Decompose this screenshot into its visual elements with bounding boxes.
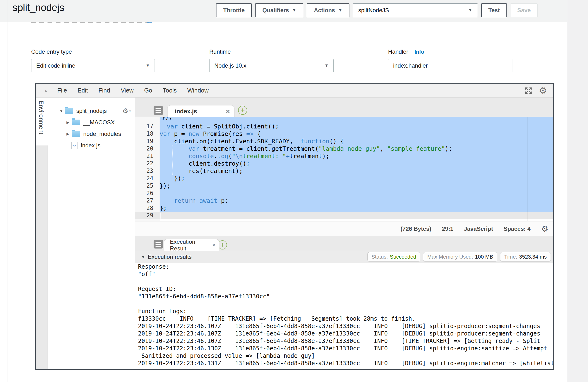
- menu-go[interactable]: Go: [144, 87, 152, 94]
- status-language-mode[interactable]: JavaScript: [464, 226, 493, 232]
- code-line-22[interactable]: client.destroy();: [160, 160, 553, 167]
- status-file-size: (726 Bytes): [400, 226, 431, 232]
- code-line-21[interactable]: console.log("\ntreatment: "+treatment);: [160, 153, 553, 160]
- text-cursor: [160, 212, 160, 219]
- clipped-content-remnant: [31, 22, 149, 23]
- chevron-down-icon: ▼: [324, 63, 329, 68]
- menu-tools[interactable]: Tools: [163, 87, 177, 94]
- tree-item-node-modules[interactable]: ▶ node_modules: [47, 129, 135, 139]
- code-line-17[interactable]: var client = SplitObj.client();: [160, 123, 553, 130]
- menu-view[interactable]: View: [121, 87, 134, 94]
- log-line: 2019-10-24T22:23:46.107Z 131e865f-6eb4-4…: [135, 323, 553, 330]
- menu-file[interactable]: File: [57, 87, 67, 94]
- status-cursor-position[interactable]: 29:1: [442, 226, 453, 232]
- code-lines: var client = SplitObj.client();var p = n…: [160, 123, 553, 219]
- log-line: "131e865f-6eb4-4dd8-858e-a37ef13330cc": [135, 293, 553, 300]
- code-line-23[interactable]: res(treatment);: [160, 167, 553, 175]
- statusbar-settings-gear-icon[interactable]: ⚙: [541, 225, 548, 233]
- tree-settings-gear-icon[interactable]: ⚙▾: [122, 108, 135, 114]
- tree-item-macosx[interactable]: ▶ __MACOSX: [47, 117, 135, 128]
- line-numbers: 17181920212223242526272829: [135, 123, 160, 219]
- line-number: 21: [135, 153, 160, 160]
- folder-icon: [72, 131, 80, 137]
- log-line: f13330cc INFO [TIME TRACKER] => [Fetchin…: [135, 315, 553, 323]
- code-line-25[interactable]: });: [160, 182, 553, 190]
- log-line: Response:: [135, 263, 553, 270]
- code-line-19[interactable]: client.on(client.Event.SDK_READY, functi…: [160, 137, 553, 145]
- menu-edit[interactable]: Edit: [78, 87, 88, 94]
- code-area[interactable]: }); 17181920212223242526272829 var clien…: [135, 117, 553, 221]
- log-line: [135, 300, 553, 308]
- log-line: Request ID:: [135, 286, 553, 293]
- qualifiers-button[interactable]: Qualifiers▼: [255, 3, 303, 17]
- log-lines: Response:"off"Request ID:"131e865f-6eb4-…: [135, 263, 553, 367]
- fullscreen-icon[interactable]: [525, 87, 533, 95]
- close-tab-icon[interactable]: ×: [212, 242, 215, 248]
- new-tab-icon[interactable]: +: [218, 240, 227, 249]
- log-line: 2019-10-24T22:23:46.107Z 131e865f-6eb4-4…: [135, 337, 553, 345]
- tree-item-index-js[interactable]: <> index.js: [47, 140, 135, 151]
- code-line-24[interactable]: });: [160, 175, 553, 182]
- tab-index-js[interactable]: index.js ×: [167, 105, 234, 117]
- execution-results-title: Execution results: [148, 253, 192, 260]
- badge-max-memory-used: Max Memory Used:100 MB: [423, 252, 497, 262]
- line-number: 22: [135, 160, 160, 167]
- code-line-26[interactable]: [160, 190, 553, 197]
- tree-item-split-nodejs[interactable]: ▼ split_nodejs ⚙▾: [47, 106, 135, 116]
- page-scrollbar[interactable]: [567, 0, 588, 382]
- collapse-results-icon[interactable]: ▼: [141, 255, 145, 259]
- code-entry-type-select[interactable]: Edit code inline▼: [31, 59, 155, 72]
- app-header: split_nodejs Throttle Qualifiers▼ Action…: [0, 0, 588, 22]
- new-tab-icon[interactable]: +: [238, 106, 247, 115]
- line-number: 25: [135, 182, 160, 190]
- log-line: Sanitized and processed value => [lambda…: [135, 352, 553, 360]
- code-line-27[interactable]: return await p;: [160, 197, 553, 204]
- status-indent-setting[interactable]: Spaces: 4: [504, 226, 530, 232]
- actions-button[interactable]: Actions▼: [307, 3, 349, 17]
- log-line: [135, 278, 553, 286]
- handler-label: HandlerInfo: [388, 48, 424, 55]
- file-tree: ▼ split_nodejs ⚙▾ ▶ __MACOSX ▶ node_modu…: [47, 97, 135, 369]
- tab-list-icon[interactable]: [154, 106, 163, 115]
- execution-log[interactable]: Response:"off"Request ID:"131e865f-6eb4-…: [135, 263, 553, 369]
- chevron-down-icon: ▼: [468, 8, 472, 13]
- code-line-29[interactable]: [160, 212, 553, 219]
- close-tab-icon[interactable]: ×: [226, 108, 230, 115]
- code-line-20[interactable]: var treatment = client.getTreatment("lam…: [160, 145, 553, 153]
- execution-results-header: ▼ Execution results Status:SucceededMax …: [135, 251, 553, 263]
- header-actions: Throttle Qualifiers▼ Actions▼ splitNodeJ…: [216, 3, 538, 17]
- test-event-select[interactable]: splitNodeJS▼: [353, 3, 478, 17]
- handler-info-link[interactable]: Info: [415, 49, 424, 55]
- tab-list-icon[interactable]: [154, 240, 163, 248]
- chevron-collapsed-icon[interactable]: ▶: [66, 132, 72, 136]
- chevron-down-icon: ▼: [146, 63, 150, 68]
- save-button[interactable]: Save: [510, 3, 538, 17]
- line-number: 26: [135, 190, 160, 197]
- log-line: "off": [135, 270, 553, 278]
- chevron-down-icon: ▼: [338, 8, 342, 12]
- indent-guide: [172, 145, 172, 175]
- line-number: 18: [135, 130, 160, 137]
- chevron-collapsed-icon[interactable]: ▶: [66, 120, 72, 125]
- line-number: 19: [135, 137, 160, 145]
- collapse-editor-icon[interactable]: ▲: [44, 88, 48, 93]
- menu-window[interactable]: Window: [187, 87, 209, 94]
- chevron-expanded-icon[interactable]: ▼: [60, 109, 65, 113]
- menu-find[interactable]: Find: [98, 87, 110, 94]
- handler-input[interactable]: [388, 59, 512, 72]
- code-line-18[interactable]: var p = new Promise(res => {: [160, 130, 553, 137]
- throttle-button[interactable]: Throttle: [216, 3, 252, 17]
- editor-settings-gear-icon[interactable]: ⚙: [539, 86, 547, 95]
- card-edge: [7, 0, 7, 382]
- tab-execution-result[interactable]: Execution Result ×: [164, 239, 219, 251]
- runtime-select[interactable]: Node.js 10.x▼: [209, 59, 334, 72]
- log-line: 2019-10-24T22:23:46.107Z 131e865f-6eb4-4…: [135, 330, 553, 337]
- editor-menubar: ▲ FileEditFindViewGoToolsWindow ⚙: [36, 84, 553, 97]
- divider: [7, 27, 567, 27]
- log-print-margin: [501, 263, 501, 369]
- test-button[interactable]: Test: [481, 3, 507, 17]
- print-margin: [527, 117, 527, 221]
- line-number: 28: [135, 204, 160, 212]
- folder-icon: [72, 120, 80, 125]
- code-line-28[interactable]: };: [160, 204, 553, 212]
